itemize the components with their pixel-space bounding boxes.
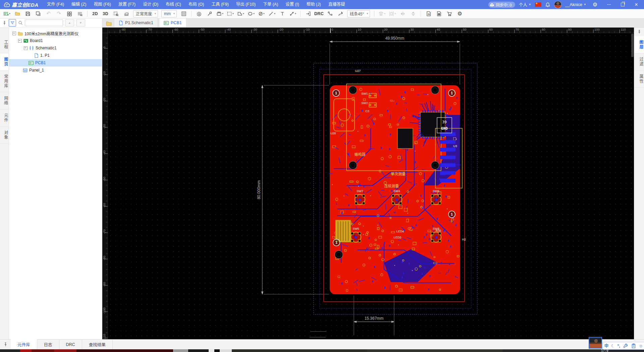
tree-item-project-root[interactable]: 100米±2mm高精度激光测距仪 bbox=[9, 30, 102, 37]
left-tab-common-lib[interactable]: 常用库 bbox=[0, 71, 9, 92]
menu-route[interactable]: 布线 (C) bbox=[162, 0, 185, 9]
tab-folder-icon[interactable] bbox=[104, 19, 113, 27]
tree-search-icon[interactable] bbox=[18, 20, 23, 25]
bottom-tab-log[interactable]: 日志 bbox=[37, 340, 59, 349]
toolbar-text-tool-button[interactable] bbox=[277, 10, 287, 17]
menu-export[interactable]: 导出 (F10) bbox=[232, 0, 259, 9]
toolbar-pad-button[interactable] bbox=[205, 10, 214, 17]
menu-settings[interactable]: 设置 (I) bbox=[282, 0, 303, 9]
pcb-canvas-svg[interactable]: 111139GNDU27SW1SW2U28C3U3蜂鸣器单次测量连续测量SW7S… bbox=[102, 28, 634, 339]
menu-view[interactable]: 视图 (F6) bbox=[90, 0, 115, 9]
left-tab-nets[interactable]: 网络 bbox=[0, 92, 9, 109]
pcb-editor-canvas[interactable]: 111139GNDU27SW1SW2U28C3U3蜂鸣器单次测量连续测量SW7S… bbox=[102, 28, 634, 339]
ime-clipboard-icon[interactable] bbox=[631, 343, 636, 349]
tree-item-schematic1[interactable]: Schematic1 bbox=[9, 44, 102, 52]
doc-pcb-tab[interactable]: PCB1 bbox=[159, 18, 186, 27]
window-minimize-button[interactable] bbox=[604, 0, 614, 9]
toolbar-route-trace-button[interactable] bbox=[335, 10, 345, 17]
ime-lang-icon[interactable]: 中 bbox=[604, 344, 608, 348]
right-tab-properties[interactable]: 属性 bbox=[634, 71, 644, 88]
toolbar-keepout-button[interactable]: ⊘▾ bbox=[257, 10, 266, 17]
tree-filter-button[interactable] bbox=[9, 19, 16, 27]
right-tab-filter[interactable]: 过滤 bbox=[634, 53, 644, 71]
toolbar-circle-tool-button[interactable]: ▾ bbox=[246, 10, 256, 17]
workspace-switcher[interactable]: 个人 ▼ bbox=[519, 1, 531, 8]
window-close-button[interactable]: × bbox=[631, 0, 641, 9]
toolbar-align-button: ▾ bbox=[377, 10, 387, 17]
toolbar-footprint-button[interactable]: ▾ bbox=[215, 10, 225, 17]
toolbar-dimension-button[interactable]: ▾ bbox=[288, 10, 298, 17]
right-panel-pin-icon[interactable] bbox=[634, 28, 644, 36]
toolbar-window-layout-button[interactable] bbox=[64, 10, 74, 17]
toolbar-grid-settings-button[interactable] bbox=[179, 10, 189, 17]
menu-tools[interactable]: 工具 (F9) bbox=[208, 0, 232, 9]
doc-schematic-tab[interactable]: P1.Schematic1 bbox=[114, 18, 158, 27]
sync-status-badge[interactable]: 同步中: 0 bbox=[488, 2, 515, 8]
toolbar-export-gerber-button[interactable]: G bbox=[424, 10, 433, 17]
panel-pin-icon[interactable] bbox=[2, 21, 7, 25]
language-flag-icon[interactable]: ★ bbox=[535, 2, 541, 7]
toolbar-new-document-button[interactable]: ▾ bbox=[2, 10, 12, 17]
toolbar-save-button[interactable] bbox=[23, 10, 33, 17]
toolbar-toolbar-settings-button[interactable]: ⚙ bbox=[455, 10, 465, 17]
toolbar-open-folder-button[interactable] bbox=[12, 10, 22, 17]
toolbar-import-changes-button[interactable] bbox=[303, 10, 313, 17]
toolbar-box-select-button[interactable] bbox=[111, 10, 121, 17]
brightness-select[interactable]: 正常亮度▾ bbox=[133, 10, 158, 17]
user-menu[interactable]: __Aknice ▼ bbox=[565, 2, 586, 7]
svg-text:-90: -90 bbox=[102, 282, 106, 287]
toolbar-find-filter-button[interactable] bbox=[75, 10, 85, 17]
toolbar-via-button[interactable]: ◎ bbox=[194, 10, 204, 17]
ime-punct-icon[interactable]: °, bbox=[618, 344, 620, 348]
tree-expander-icon[interactable] bbox=[12, 32, 16, 35]
bottom-panel-pin-icon[interactable] bbox=[0, 340, 11, 349]
bottom-tab-drc[interactable]: DRC bbox=[59, 340, 82, 349]
menu-file[interactable]: 文件 (F4) bbox=[43, 0, 68, 9]
tree-item-panel-1[interactable]: Panel_1 bbox=[9, 67, 102, 74]
notifications-bell-icon[interactable] bbox=[545, 2, 550, 7]
tree-expander-icon[interactable] bbox=[24, 46, 28, 50]
toolbar-copper-clean-button[interactable] bbox=[121, 10, 131, 17]
menu-live-qa[interactable]: 直播答疑 bbox=[325, 0, 349, 9]
left-tab-project[interactable]: 工程 bbox=[0, 36, 9, 53]
canvas-vertical-scrollbar[interactable] bbox=[631, 34, 634, 57]
toolbar-view-2d-button[interactable]: 2D bbox=[90, 10, 100, 17]
user-avatar[interactable] bbox=[554, 1, 561, 8]
tree-item-pcb1[interactable]: PCB1 bbox=[9, 59, 102, 67]
toolbar-save-as-button[interactable] bbox=[33, 10, 43, 17]
webcam-video-thumbnail[interactable] bbox=[589, 337, 602, 349]
toolbar-view-3d-button[interactable]: 3D bbox=[101, 10, 110, 17]
tree-item-page-p1[interactable]: 1. P1 bbox=[9, 52, 102, 59]
unit-select-value: mm bbox=[164, 11, 171, 16]
app-settings-gear-icon[interactable]: ⚙ bbox=[590, 0, 600, 9]
toolbar-net-tune-button[interactable] bbox=[325, 10, 335, 17]
unit-select[interactable]: mm▾ bbox=[161, 10, 177, 17]
menu-layout[interactable]: 布局 (O) bbox=[185, 0, 208, 9]
left-tab-objects[interactable]: 对象 bbox=[0, 127, 9, 144]
tree-expander-icon[interactable] bbox=[18, 39, 22, 43]
line-mode-select[interactable]: 线条45°▾ bbox=[347, 10, 370, 17]
menu-place[interactable]: 放置 (F7) bbox=[115, 0, 139, 9]
bottom-tab-search-results[interactable]: 查找结果 bbox=[82, 340, 113, 349]
right-tab-layers[interactable]: 图层 bbox=[634, 36, 644, 53]
ime-smiley-icon[interactable]: ☺ bbox=[639, 344, 643, 348]
window-restore-button[interactable] bbox=[618, 0, 628, 9]
toolbar-export-drill-button[interactable] bbox=[434, 10, 444, 17]
bottom-tab-component-lib[interactable]: 元件库 bbox=[11, 339, 37, 349]
menu-help[interactable]: 帮助 (J) bbox=[303, 0, 325, 9]
menu-edit[interactable]: 编辑 (Z) bbox=[68, 0, 90, 9]
chevron-down-icon: ▾ bbox=[155, 12, 156, 15]
tree-item-board1[interactable]: Board1 bbox=[9, 37, 102, 44]
toolbar-solid-region-button[interactable]: ▾ bbox=[236, 10, 246, 17]
left-tab-pages[interactable]: 图页 bbox=[0, 53, 9, 71]
left-tab-components[interactable]: 元件 bbox=[0, 109, 9, 127]
menu-order[interactable]: 下单 (A) bbox=[259, 0, 282, 9]
toolbar-drc-check-button[interactable]: DRC bbox=[314, 10, 324, 17]
ime-moon-icon[interactable]: ☾ bbox=[611, 344, 615, 348]
tree-search-input[interactable] bbox=[25, 19, 63, 26]
toolbar-line-tool-button[interactable]: ▾ bbox=[267, 10, 277, 17]
toolbar-copper-region-button[interactable]: ▾ bbox=[225, 10, 235, 17]
toolbar-place-order-button[interactable] bbox=[444, 10, 454, 17]
ime-wrench-icon[interactable] bbox=[623, 343, 628, 349]
menu-design[interactable]: 设计 (D) bbox=[139, 0, 162, 9]
